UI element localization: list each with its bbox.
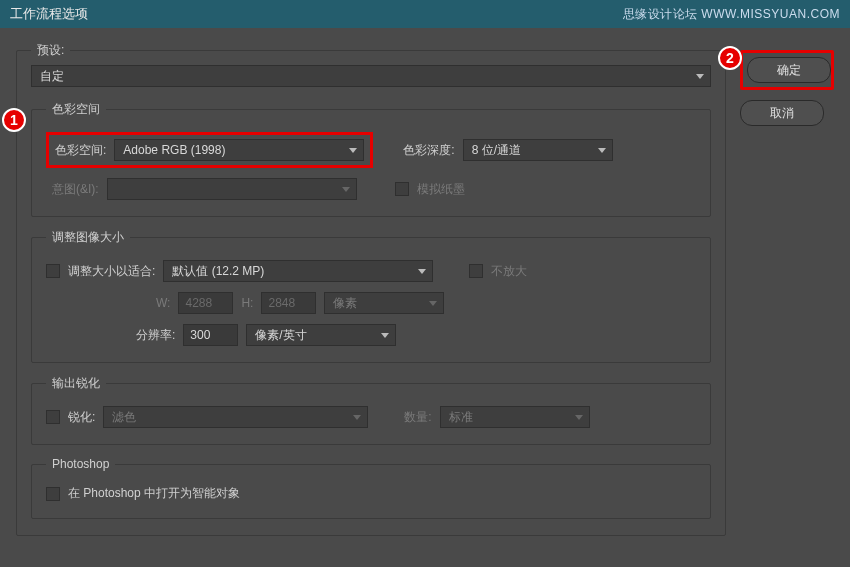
chevron-down-icon: [342, 187, 350, 192]
resize-fit-value: 默认值 (12.2 MP): [172, 263, 264, 280]
resize-group: 调整图像大小 调整大小以适合: 默认值 (12.2 MP) 不放大 W:: [31, 229, 711, 363]
simulate-paper-label: 模拟纸墨: [417, 181, 465, 198]
sharpen-checkbox[interactable]: [46, 410, 60, 424]
photoshop-group: Photoshop 在 Photoshop 中打开为智能对象: [31, 457, 711, 519]
titlebar: 工作流程选项 思缘设计论坛 WWW.MISSYUAN.COM: [0, 0, 850, 28]
no-enlarge-checkbox[interactable]: [469, 264, 483, 278]
chevron-down-icon: [575, 415, 583, 420]
preset-select[interactable]: 自定: [31, 65, 711, 87]
annotation-badge-2: 2: [718, 46, 742, 70]
preset-label: 预设:: [37, 42, 64, 59]
chevron-down-icon: [418, 269, 426, 274]
chevron-down-icon: [696, 74, 704, 79]
color-space-value: Adobe RGB (1998): [123, 143, 225, 157]
height-label: H:: [241, 296, 253, 310]
amount-label: 数量:: [404, 409, 431, 426]
amount-select[interactable]: 标准: [440, 406, 590, 428]
intent-select[interactable]: [107, 178, 357, 200]
resolution-units-select[interactable]: 像素/英寸: [246, 324, 396, 346]
sharpen-label: 锐化:: [68, 409, 95, 426]
photoshop-legend: Photoshop: [46, 457, 115, 471]
preset-group: 预设: 自定 色彩空间 色彩空间: Adobe RGB (1998): [16, 42, 726, 536]
amount-value: 标准: [449, 409, 473, 426]
no-enlarge-label: 不放大: [491, 263, 527, 280]
cancel-button[interactable]: 取消: [740, 100, 824, 126]
sharpen-select[interactable]: 滤色: [103, 406, 368, 428]
chevron-down-icon: [598, 148, 606, 153]
resize-legend: 调整图像大小: [46, 229, 130, 246]
chevron-down-icon: [429, 301, 437, 306]
annotation-badge-1: 1: [2, 108, 26, 132]
color-space-annotation: 色彩空间: Adobe RGB (1998): [46, 132, 373, 168]
color-space-label: 色彩空间:: [55, 142, 106, 159]
size-units-select[interactable]: 像素: [324, 292, 444, 314]
color-space-select[interactable]: Adobe RGB (1998): [114, 139, 364, 161]
sharpen-group: 输出锐化 锐化: 滤色 数量: 标准: [31, 375, 711, 445]
watermark: 思缘设计论坛 WWW.MISSYUAN.COM: [623, 6, 841, 23]
size-units-value: 像素: [333, 295, 357, 312]
color-depth-select[interactable]: 8 位/通道: [463, 139, 613, 161]
intent-label: 意图(&I):: [52, 181, 99, 198]
color-depth-value: 8 位/通道: [472, 142, 521, 159]
chevron-down-icon: [353, 415, 361, 420]
smart-object-checkbox[interactable]: [46, 487, 60, 501]
color-depth-label: 色彩深度:: [403, 142, 454, 159]
resize-fit-checkbox[interactable]: [46, 264, 60, 278]
height-input[interactable]: 2848: [261, 292, 316, 314]
resize-fit-select[interactable]: 默认值 (12.2 MP): [163, 260, 433, 282]
color-space-legend: 色彩空间: [46, 101, 106, 118]
simulate-paper-checkbox[interactable]: [395, 182, 409, 196]
width-label: W:: [156, 296, 170, 310]
color-space-group: 色彩空间 色彩空间: Adobe RGB (1998) 色彩深度:: [31, 101, 711, 217]
resize-fit-label: 调整大小以适合:: [68, 263, 155, 280]
chevron-down-icon: [349, 148, 357, 153]
sharpen-legend: 输出锐化: [46, 375, 106, 392]
resolution-input[interactable]: 300: [183, 324, 238, 346]
preset-value: 自定: [40, 68, 64, 85]
smart-object-label: 在 Photoshop 中打开为智能对象: [68, 485, 240, 502]
resolution-units-value: 像素/英寸: [255, 327, 306, 344]
resolution-label: 分辨率:: [136, 327, 175, 344]
chevron-down-icon: [381, 333, 389, 338]
width-input[interactable]: 4288: [178, 292, 233, 314]
sharpen-value: 滤色: [112, 409, 136, 426]
ok-button[interactable]: 确定: [747, 57, 831, 83]
dialog-title: 工作流程选项: [10, 5, 88, 23]
ok-annotation: 确定: [740, 50, 834, 90]
